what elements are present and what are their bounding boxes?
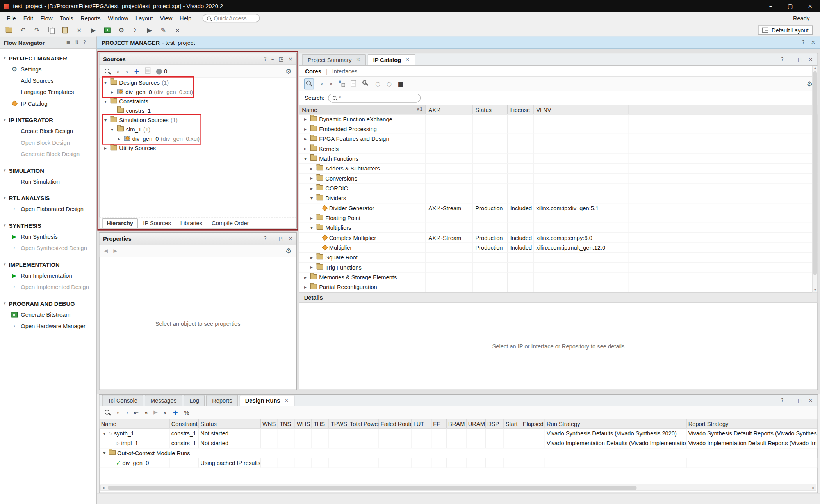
- undo-icon[interactable]: ↶: [19, 27, 27, 33]
- float-panel-icon[interactable]: ◳: [798, 398, 803, 403]
- tree-row-div-gen-0[interactable]: ▸div_gen_0 (div_gen_0.xci): [100, 134, 296, 144]
- scroll-down-icon[interactable]: ▼: [813, 287, 817, 292]
- scrollbar-thumb[interactable]: [108, 486, 637, 490]
- tree-row-constraints[interactable]: ▾Constraints: [100, 97, 296, 106]
- minimize-panel-icon[interactable]: –: [790, 398, 792, 403]
- close-panel-icon[interactable]: ×: [808, 57, 813, 62]
- column-header-axi4[interactable]: AXI4: [426, 105, 473, 114]
- help-icon[interactable]: ?: [264, 236, 267, 241]
- help-icon[interactable]: ?: [83, 40, 86, 45]
- expander-icon[interactable]: ▾: [103, 118, 109, 122]
- expander-icon[interactable]: ▾: [303, 156, 308, 161]
- catalog-row-conversions[interactable]: ▸Conversions: [299, 174, 818, 183]
- back-icon[interactable]: ◀: [104, 248, 108, 253]
- expander-icon[interactable]: ▸: [309, 255, 315, 260]
- repository-icon[interactable]: [351, 80, 356, 87]
- tree-row-utility-sources[interactable]: ▸Utility Sources: [100, 144, 296, 153]
- tab-reports[interactable]: Reports: [206, 395, 238, 406]
- flow-nav-item-generate-bitstream[interactable]: Generate Bitstream: [0, 309, 96, 320]
- help-icon[interactable]: ?: [802, 40, 805, 45]
- catalog-row-complex-multiplier[interactable]: Complex MultiplierAXI4-StreamProductionI…: [299, 233, 818, 243]
- menu-layout[interactable]: Layout: [132, 14, 157, 22]
- menu-tools[interactable]: Tools: [56, 14, 77, 22]
- settings-gear-icon[interactable]: ⚙: [285, 247, 292, 254]
- generate-bitstream-icon[interactable]: [103, 27, 111, 32]
- tab-ip-sources[interactable]: IP Sources: [139, 219, 175, 228]
- stop-icon[interactable]: ■: [398, 81, 403, 87]
- tab-hierarchy[interactable]: Hierarchy: [102, 218, 138, 228]
- column-header-status[interactable]: Status: [473, 105, 508, 114]
- expander-icon[interactable]: ▸: [103, 146, 109, 151]
- close-button[interactable]: ×: [800, 0, 820, 12]
- help-icon[interactable]: ?: [264, 57, 267, 62]
- minimize-panel-icon[interactable]: –: [271, 57, 274, 62]
- collapse-all-icon[interactable]: «: [116, 411, 120, 414]
- refresh-icon[interactable]: ○: [375, 81, 380, 87]
- menu-view[interactable]: View: [156, 14, 176, 22]
- expander-icon[interactable]: ▸: [303, 117, 308, 121]
- delete-icon[interactable]: ×: [75, 27, 83, 33]
- catalog-row-floating-point[interactable]: ▸Floating Point: [299, 213, 818, 223]
- gear-icon[interactable]: ⚙: [118, 27, 125, 33]
- column-header-run-strategy[interactable]: Run Strategy: [545, 419, 687, 428]
- flow-nav-item-ip-catalog[interactable]: IP Catalog: [0, 98, 96, 109]
- menu-file[interactable]: File: [3, 14, 20, 22]
- tab-ip-catalog[interactable]: IP Catalog ×: [367, 54, 415, 65]
- float-panel-icon[interactable]: ◳: [798, 57, 803, 62]
- minimize-panel-icon[interactable]: –: [790, 57, 792, 62]
- flow-nav-item-open-synthesized-design[interactable]: ›Open Synthesized Design: [0, 242, 96, 254]
- expander-icon[interactable]: ▸: [303, 127, 308, 131]
- play-icon[interactable]: ▶: [153, 410, 157, 415]
- menu-flow[interactable]: Flow: [37, 14, 56, 22]
- column-header-ff[interactable]: FF: [431, 419, 447, 428]
- column-header-wns[interactable]: WNS: [261, 419, 278, 428]
- subtab-interfaces[interactable]: Interfaces: [332, 68, 357, 74]
- help-icon[interactable]: ?: [781, 398, 784, 403]
- message-filter[interactable]: 0: [156, 68, 167, 75]
- expander-icon[interactable]: ▸: [309, 186, 315, 191]
- flow-nav-item-generate-block-design[interactable]: Generate Block Design: [0, 148, 96, 160]
- menu-reports[interactable]: Reports: [77, 14, 104, 22]
- report-sigma-icon[interactable]: Σ: [132, 27, 139, 33]
- expander-icon[interactable]: ▸: [309, 176, 315, 181]
- close-tab-icon[interactable]: ×: [405, 57, 410, 62]
- scroll-left-icon[interactable]: ◀: [102, 486, 104, 490]
- expander-icon[interactable]: ▸: [303, 137, 308, 141]
- flow-nav-item-create-block-design[interactable]: Create Block Design: [0, 125, 96, 137]
- column-header-bram[interactable]: BRAM: [447, 419, 467, 428]
- fast-forward-icon[interactable]: »: [163, 410, 167, 415]
- add-sources-icon[interactable]: +: [134, 68, 140, 75]
- flow-nav-item-settings[interactable]: ⚙Settings: [0, 64, 96, 75]
- expander-icon[interactable]: ▾: [102, 431, 107, 436]
- expand-all-icon[interactable]: »: [124, 70, 129, 73]
- minimize-button[interactable]: –: [761, 0, 781, 12]
- help-icon[interactable]: ?: [781, 57, 784, 62]
- catalog-row-dynamic-function-exchange[interactable]: ▸Dynamic Function eXchange: [299, 114, 818, 124]
- catalog-row-fpga-features-and-design[interactable]: ▸FPGA Features and Design: [299, 134, 818, 144]
- expander-icon[interactable]: ▾: [309, 196, 315, 201]
- horizontal-scrollbar[interactable]: ◀ ▶: [100, 485, 816, 491]
- collapse-panel-icon[interactable]: –: [90, 40, 93, 45]
- settings-gear-icon[interactable]: ⚙: [285, 68, 292, 75]
- create-run-icon[interactable]: +: [173, 409, 178, 416]
- run-flow-icon[interactable]: ▶: [89, 27, 97, 33]
- column-header-lut[interactable]: LUT: [412, 419, 432, 428]
- scroll-up-icon[interactable]: ▲: [813, 66, 817, 71]
- column-header-uram[interactable]: URAM: [467, 419, 486, 428]
- settings-wrench-icon[interactable]: [362, 80, 369, 88]
- tree-row-simulation-sources[interactable]: ▾Simulation Sources (1): [100, 115, 296, 125]
- design-run-row-div-gen-0[interactable]: ✓div_gen_0Using cached IP results: [100, 458, 818, 468]
- catalog-row-square-root[interactable]: ▸Square Root: [299, 253, 818, 263]
- sort-icon[interactable]: ⇅: [75, 40, 79, 45]
- catalog-row-adders-subtracters[interactable]: ▸Adders & Subtracters: [299, 164, 818, 174]
- scrollbar-thumb[interactable]: [813, 71, 817, 275]
- tab-tcl-console[interactable]: Tcl Console: [102, 395, 143, 406]
- paste-icon[interactable]: [61, 27, 69, 33]
- minimize-panel-icon[interactable]: –: [271, 236, 274, 241]
- vertical-scrollbar[interactable]: ▲ ▼: [812, 66, 817, 292]
- column-header-failed-routes[interactable]: Failed Routes: [379, 419, 412, 428]
- close-panel-icon[interactable]: ×: [808, 398, 813, 403]
- menu-edit[interactable]: Edit: [20, 14, 37, 22]
- flow-section-header[interactable]: ▾IP INTEGRATOR: [0, 115, 96, 126]
- menu-help[interactable]: Help: [176, 14, 195, 22]
